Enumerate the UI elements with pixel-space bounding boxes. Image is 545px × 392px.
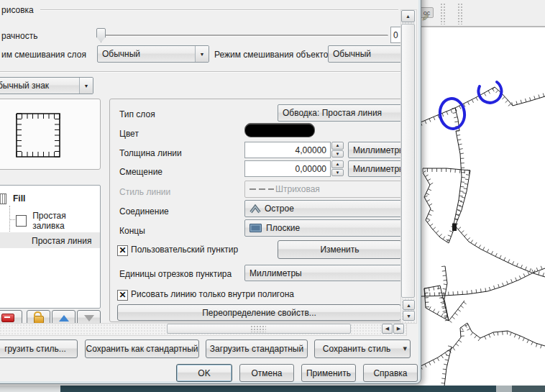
pen-width-unit-combo[interactable]: Миллиметры (348, 142, 402, 158)
combo-value: Обычный (333, 49, 371, 59)
map-line (454, 130, 465, 224)
background-strip (60, 386, 496, 392)
map-line (421, 268, 545, 296)
down-triangle-icon (84, 315, 94, 322)
toolbar-grip (440, 3, 446, 24)
load-style-button[interactable]: грузить стиль... (0, 339, 78, 358)
offset-field[interactable]: 0,00000 (244, 160, 331, 177)
check-mark: ✕ (119, 291, 126, 299)
background-strip (0, 386, 60, 392)
change-dash-button[interactable]: Изменить (278, 240, 402, 259)
tree-row-fill[interactable]: Fill (0, 191, 96, 206)
map-line (455, 224, 544, 276)
annotation-circle (478, 82, 501, 103)
transparency-value-field[interactable]: 0 (390, 27, 401, 43)
toolbar-grip (457, 3, 464, 24)
spin-up-icon[interactable]: ▲ (331, 142, 344, 150)
symbol-type-combo[interactable]: бычный знак ▼ (0, 77, 93, 94)
spin-down-icon[interactable]: ▼ (331, 169, 344, 177)
load-default-button[interactable]: Загрузить стандартный (206, 339, 308, 358)
map-marker-blob (452, 224, 457, 231)
save-style-button[interactable]: Сохранить стиль ▾ (314, 339, 411, 358)
inside-polygon-checkbox[interactable]: ✕ (117, 290, 128, 301)
save-as-default-button[interactable]: Сохранить как стандартный (85, 339, 199, 358)
pen-width-stepper[interactable]: ▲ ▼ (331, 142, 344, 158)
map-line (423, 173, 455, 243)
transparency-slider-track[interactable] (101, 35, 388, 37)
chevron-down-icon: ▼ (195, 46, 209, 62)
simple-fill-icon (16, 215, 27, 227)
layer-type-combo[interactable]: Обводка: Простая линия (278, 104, 402, 122)
map-line (421, 323, 545, 366)
tree-row-simple-line[interactable]: Простая линия (16, 234, 96, 248)
up-triangle-icon (59, 315, 69, 322)
join-style-label: Соединение (119, 206, 169, 216)
simple-line-icon (16, 236, 26, 246)
pen-width-field[interactable]: 4,00000 (244, 142, 331, 158)
custom-dash-label: Пользовательский пунктир (131, 245, 238, 255)
custom-dash-checkbox[interactable]: ✕ (117, 245, 128, 256)
map-line (423, 171, 454, 242)
join-style-combo[interactable]: Острое (244, 200, 402, 217)
small-dropdown-icon[interactable]: ▾ (403, 344, 407, 353)
offset-label: Смещение (119, 167, 162, 177)
map-line (423, 168, 470, 170)
tree-row-simple-fill[interactable]: Простая заливка (16, 214, 96, 228)
color-button[interactable] (244, 123, 315, 137)
inner-scroll-up-button[interactable]: ▲ (403, 300, 415, 310)
rendering-group-label: рисовка (1, 5, 34, 15)
color-label: Цвет (119, 129, 139, 139)
miter-join-icon (249, 204, 261, 214)
inside-polygon-label: Рисовать линию только внутри полигона (131, 289, 294, 299)
apply-button[interactable]: Применить (301, 364, 356, 382)
preview-symbol-outline (17, 114, 60, 157)
combo-value: Обводка: Простая линия (283, 108, 382, 118)
scrollbar-grip (250, 325, 266, 332)
ok-button[interactable]: OK (176, 364, 232, 382)
offset-stepper[interactable]: ▲ ▼ (331, 160, 344, 177)
map-line (454, 131, 462, 224)
map-line (455, 88, 494, 111)
scroll-left-button[interactable]: ◀ (382, 324, 393, 334)
remove-icon (1, 314, 14, 322)
spin-down-icon[interactable]: ▼ (331, 150, 344, 158)
background-strip (512, 386, 545, 392)
inner-scroll-down-button[interactable]: ▼ (403, 311, 415, 321)
cancel-button[interactable]: Отмена (239, 364, 294, 382)
map-toolbar (421, 0, 545, 27)
data-defined-button[interactable]: Переопределение свойств... (117, 304, 401, 321)
scroll-right-button[interactable]: ▶ (393, 324, 404, 334)
dash-pattern-icon (249, 188, 274, 190)
vertical-scrollbar-thumb[interactable] (401, 24, 415, 298)
combo-value: Штриховая (275, 184, 320, 194)
map-line (421, 108, 457, 126)
pen-style-label: Стиль линии (119, 187, 170, 197)
tree-branch-line (9, 219, 15, 220)
check-mark: ✕ (119, 247, 126, 255)
layer-blend-combo[interactable]: Обычный ▼ (97, 45, 209, 63)
combo-value: Миллиметры (249, 268, 302, 278)
fill-symbol-icon (0, 193, 6, 204)
feature-blend-combo[interactable]: Обычный (328, 45, 402, 63)
offset-unit-combo[interactable]: Миллиметры (348, 160, 402, 177)
scroll-up-button[interactable]: ▲ (401, 10, 415, 22)
dash-unit-combo[interactable]: Миллиметры (244, 265, 402, 281)
combo-value: Острое (265, 204, 294, 214)
preview-symbol-ticks (17, 114, 60, 157)
cap-style-label: Концы (119, 226, 145, 236)
screen: oc ✎ рисовка рачность 0 им смешивания сл… (0, 0, 545, 392)
map-canvas[interactable] (421, 29, 545, 392)
pen-style-combo: Штриховая (244, 181, 402, 198)
tree-item-label: Простая линия (32, 236, 91, 246)
pencil-icon[interactable]: ✎ (420, 14, 431, 22)
spin-up-icon[interactable]: ▲ (331, 160, 344, 168)
combo-value: Обычный (102, 49, 140, 59)
map-line (444, 266, 464, 321)
map-line (421, 324, 541, 369)
background-strip (496, 386, 512, 392)
map-line (423, 168, 470, 174)
map-line (455, 226, 545, 277)
help-button[interactable]: Справка (363, 364, 418, 382)
button-label: Сохранить стиль (323, 344, 390, 354)
cap-style-combo[interactable]: Плоские (244, 219, 402, 237)
